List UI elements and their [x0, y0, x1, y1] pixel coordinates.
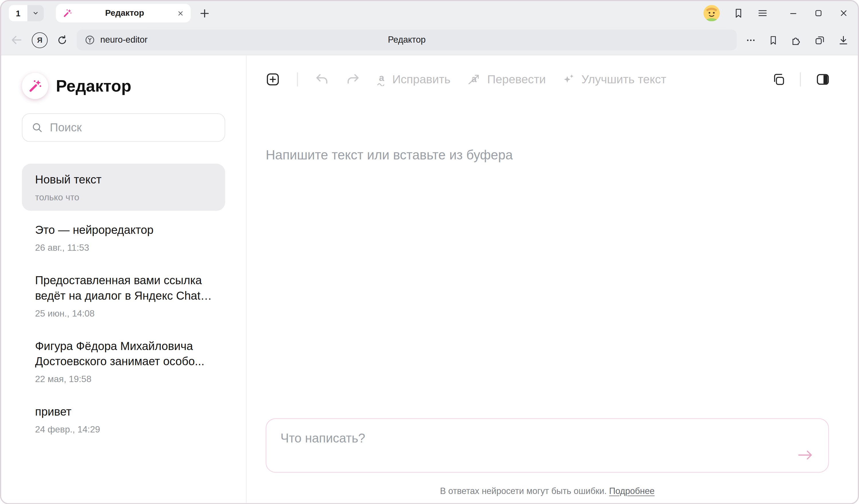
spellcheck-icon: а [377, 73, 386, 86]
browser-window: 1 Редактор [0, 0, 859, 504]
yandex-button[interactable]: Я [32, 32, 47, 48]
improve-text-button[interactable]: Улучшить текст [562, 73, 666, 87]
tabs-collections-icon[interactable] [814, 34, 826, 46]
translate-label: Перевести [487, 73, 546, 87]
undo-icon[interactable] [314, 72, 329, 87]
document-date: 24 февр., 14:29 [35, 425, 212, 435]
divider [800, 72, 801, 87]
prompt-box [266, 418, 829, 472]
sidebar: Редактор Новый текст только что Это — не… [1, 55, 246, 503]
address-url: neuro-editor [100, 35, 148, 45]
back-icon[interactable] [10, 33, 23, 47]
list-item[interactable]: Предоставленная вами ссылка ведёт на диа… [22, 264, 225, 327]
disclaimer: В ответах нейросети могут быть ошибки. П… [266, 486, 829, 496]
address-bar[interactable]: neuro-editor Редактор [77, 30, 737, 50]
document-list: Новый текст только что Это — нейроредакт… [22, 164, 225, 443]
tab-bar: 1 Редактор [1, 1, 858, 25]
tab-group-count: 1 [9, 5, 28, 21]
fix-text-button[interactable]: а Исправить [377, 73, 450, 87]
translate-button[interactable]: а Перевести [467, 73, 546, 87]
tab-group-button[interactable]: 1 [9, 5, 44, 21]
document-title: Новый текст [35, 172, 212, 187]
tab-bar-right [704, 5, 850, 21]
list-item[interactable]: Новый текст только что [22, 164, 225, 211]
wand-icon [62, 8, 72, 18]
extensions-puzzle-icon[interactable] [790, 34, 802, 46]
new-document-icon[interactable] [265, 72, 281, 87]
download-icon[interactable] [838, 34, 849, 46]
list-item[interactable]: Это — нейроредактор 26 авг., 11:53 [22, 214, 225, 261]
document-date: 25 июн., 14:08 [35, 308, 212, 319]
list-item[interactable]: привет 24 февр., 14:29 [22, 396, 225, 443]
translate-icon: а [467, 73, 481, 86]
maximize-icon[interactable] [814, 9, 823, 18]
sparkles-icon [562, 73, 575, 86]
prompt-input[interactable] [266, 419, 828, 472]
side-panel-bookmark-icon[interactable] [733, 8, 744, 19]
page-content: Редактор Новый текст только что Это — не… [1, 55, 858, 503]
app-logo-wand-icon [22, 73, 48, 99]
chevron-down-icon[interactable] [28, 5, 44, 21]
editor-pane: а Исправить а Перевести [246, 55, 858, 503]
tab-close-icon[interactable] [177, 10, 184, 17]
search-icon [31, 122, 43, 134]
redo-icon[interactable] [346, 72, 361, 87]
disclaimer-text: В ответах нейросети могут быть ошибки. [440, 486, 607, 495]
document-date: 22 мая, 19:58 [35, 374, 212, 384]
app-logo-row: Редактор [22, 73, 225, 99]
app-title: Редактор [56, 77, 131, 95]
page-title: Редактор [77, 35, 737, 45]
close-window-icon[interactable] [839, 9, 848, 18]
avatar[interactable] [704, 5, 720, 21]
yandex-letter: Я [37, 36, 42, 44]
disclaimer-link[interactable]: Подробнее [609, 486, 654, 495]
more-icon[interactable] [745, 35, 756, 45]
editor-toolbar: а Исправить а Перевести [246, 55, 858, 103]
document-title: привет [35, 404, 212, 419]
document-title: Предоставленная вами ссылка ведёт на диа… [35, 273, 212, 303]
fix-text-label: Исправить [392, 73, 450, 87]
copy-icon[interactable] [771, 72, 786, 87]
bookmark-icon[interactable] [768, 35, 778, 45]
window-controls [789, 9, 848, 18]
document-date: только что [35, 192, 212, 203]
reload-icon[interactable] [56, 34, 68, 46]
document-date: 26 авг., 11:53 [35, 243, 212, 253]
toolbar-right [745, 34, 849, 46]
search-box[interactable] [22, 113, 225, 142]
browser-toolbar: Я neuro-editor Редактор [1, 25, 858, 55]
divider [297, 72, 298, 87]
editor-placeholder[interactable]: Напишите текст или вставьте из буфера [266, 148, 513, 163]
side-panel-toggle-icon[interactable] [815, 72, 831, 87]
minimize-icon[interactable] [789, 9, 798, 18]
tab-title: Редактор [77, 8, 173, 18]
menu-icon[interactable] [757, 8, 768, 19]
document-title: Это — нейроредактор [35, 223, 212, 238]
list-item[interactable]: Фигура Фёдора Михайловича Достоевского з… [22, 330, 225, 393]
editor-toolbar-right [771, 72, 831, 87]
browser-tab-editor[interactable]: Редактор [56, 4, 191, 22]
new-tab-button[interactable] [199, 8, 210, 18]
search-input[interactable] [50, 121, 216, 134]
document-title: Фигура Фёдора Михайловича Достоевского з… [35, 338, 212, 369]
screen: 1 Редактор [0, 0, 859, 504]
send-icon[interactable] [796, 448, 815, 462]
improve-text-label: Улучшить текст [582, 73, 666, 87]
